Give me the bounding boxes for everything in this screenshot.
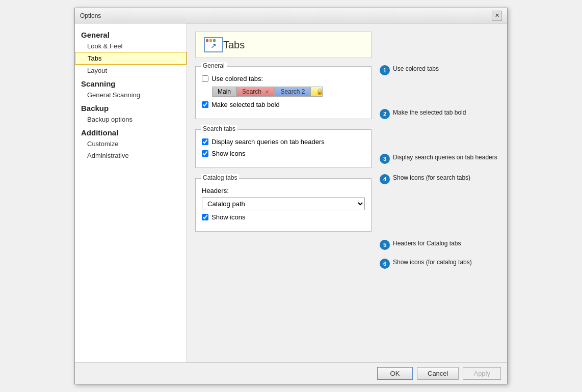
search2-tab: Search 2: [275, 87, 310, 97]
search-tab: Search ✕: [236, 87, 275, 97]
section-title: Tabs: [223, 39, 245, 51]
display-search-queries-checkbox[interactable]: [202, 138, 208, 145]
badge-2: 2: [380, 109, 390, 119]
show-icons-search-label: Show icons: [211, 150, 245, 157]
annotation-5: 5 Headers for Catalog tabs: [380, 240, 461, 250]
display-search-queries-row: Display search queries on tab headers: [202, 138, 365, 146]
arrow-icon: ↗: [210, 42, 217, 50]
group-scanning: Scanning: [75, 76, 187, 89]
catalog-path-dropdown-row: Catalog path Catalog name Full path: [202, 198, 365, 210]
use-colored-tabs-checkbox[interactable]: [202, 75, 208, 82]
title-bar: Options ✕: [75, 8, 507, 23]
options-dialog: Options ✕ General Look & Feel Tabs Layou…: [74, 8, 508, 384]
tab-preview: Main Search ✕ Search 2 🔒: [212, 87, 365, 97]
dialog-body: General Look & Feel Tabs Layout Scanning…: [75, 23, 507, 362]
ok-button[interactable]: OK: [377, 367, 413, 380]
badge-5: 5: [380, 240, 390, 250]
footer: OK Cancel Apply: [75, 362, 507, 384]
badge-1: 1: [380, 65, 390, 75]
annotation-3: 3 Display search queries on tab headers: [380, 154, 497, 164]
apply-button[interactable]: Apply: [463, 367, 501, 380]
tabs-icon: ↗: [204, 37, 223, 52]
sidebar-item-customize[interactable]: Customize: [75, 138, 187, 150]
annotation-4-text: Show icons (for search tabs): [393, 174, 470, 181]
catalog-tabs-group-label: Catalog tabs: [201, 174, 239, 181]
cancel-button[interactable]: Cancel: [417, 367, 459, 380]
sidebar-item-layout[interactable]: Layout: [75, 65, 187, 76]
general-group: General Use colored tabs: Main Search ✕ …: [195, 66, 372, 119]
catalog-tabs-group: Catalog tabs Headers: Catalog path Catal…: [195, 178, 372, 232]
group-backup: Backup: [75, 101, 187, 114]
show-icons-search-checkbox[interactable]: [202, 150, 208, 157]
window-title: Options: [80, 12, 101, 19]
use-colored-tabs-label: Use colored tabs:: [211, 75, 263, 82]
group-general: General: [75, 27, 187, 40]
show-icons-catalog-row: Show icons: [202, 213, 365, 221]
search-tabs-group-label: Search tabs: [201, 125, 237, 132]
make-bold-row: Make selected tab bold: [202, 101, 365, 108]
annotations-panel: 1 Use colored tabs 2 Make the selected t…: [380, 23, 507, 362]
headers-label: Headers:: [202, 187, 229, 194]
annotation-2: 2 Make the selected tab bold: [380, 109, 466, 119]
make-bold-checkbox[interactable]: [202, 101, 208, 108]
use-colored-tabs-row: Use colored tabs:: [202, 75, 365, 82]
search-tabs-group: Search tabs Display search queries on ta…: [195, 129, 372, 168]
display-search-queries-label: Display search queries on tab headers: [211, 138, 325, 146]
main-area-wrapper: ↗ Tabs General Use colored tabs: Ma: [187, 23, 507, 362]
close-button[interactable]: ✕: [492, 11, 502, 21]
annotation-2-text: Make the selected tab bold: [393, 109, 466, 116]
general-group-label: General: [201, 62, 227, 69]
badge-4: 4: [380, 174, 390, 184]
catalog-path-dropdown[interactable]: Catalog path Catalog name Full path: [202, 198, 365, 210]
badge-6: 6: [380, 259, 390, 269]
sidebar-item-general-scanning[interactable]: General Scanning: [75, 89, 187, 101]
annotation-5-text: Headers for Catalog tabs: [393, 240, 461, 247]
badge-3: 3: [380, 154, 390, 164]
main-content: ↗ Tabs General Use colored tabs: Ma: [187, 23, 380, 362]
annotation-6: 6 Show icons (for catalog tabs): [380, 259, 472, 269]
show-icons-search-row: Show icons: [202, 150, 365, 157]
annotation-3-text: Display search queries on tab headers: [393, 154, 497, 161]
annotation-1-text: Use colored tabs: [393, 65, 439, 72]
annotation-4: 4 Show icons (for search tabs): [380, 174, 470, 184]
sidebar-item-look-feel[interactable]: Look & Feel: [75, 40, 187, 52]
sidebar: General Look & Feel Tabs Layout Scanning…: [75, 23, 187, 362]
annotation-6-text: Show icons (for catalog tabs): [393, 259, 472, 266]
sidebar-item-backup-options[interactable]: Backup options: [75, 114, 187, 125]
make-bold-label: Make selected tab bold: [211, 101, 280, 108]
show-icons-catalog-label: Show icons: [211, 213, 245, 221]
sidebar-item-tabs[interactable]: Tabs: [75, 52, 187, 65]
section-header: ↗ Tabs: [195, 32, 372, 58]
lock-tab: 🔒: [310, 87, 323, 97]
sidebar-item-administrative[interactable]: Administrative: [75, 150, 187, 161]
group-additional: Additional: [75, 125, 187, 138]
show-icons-catalog-checkbox[interactable]: [202, 214, 208, 220]
main-tab: Main: [212, 87, 236, 97]
annotation-1: 1 Use colored tabs: [380, 65, 439, 75]
